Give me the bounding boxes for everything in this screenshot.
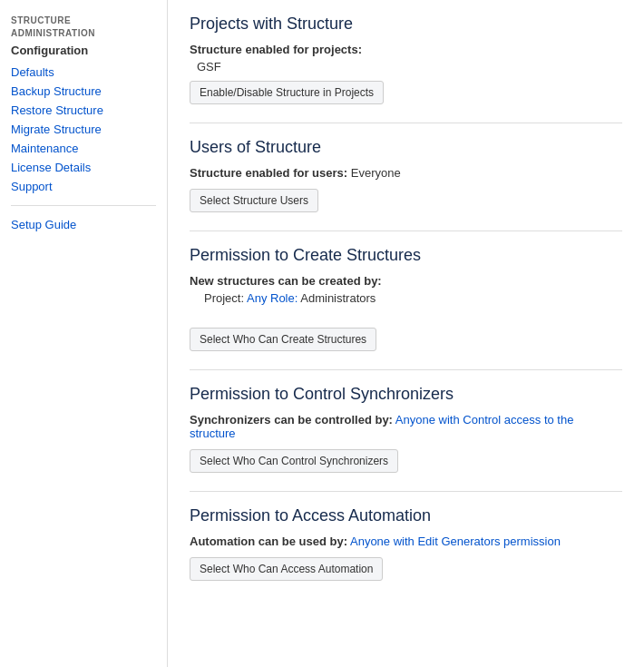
sidebar-item-backup-structure[interactable]: Backup Structure (11, 82, 156, 101)
section-title-users: Users of Structure (190, 138, 622, 157)
sidebar-divider (11, 205, 156, 206)
label-synchronizers: Synchronizers can be controlled by: (190, 413, 393, 427)
enable-disable-button[interactable]: Enable/Disable Structure in Projects (190, 81, 384, 104)
section-projects-with-structure: Projects with Structure Structure enable… (190, 15, 622, 119)
sidebar-item-setup-guide[interactable]: Setup Guide (11, 215, 156, 234)
sub-label-create: Project: (204, 291, 244, 305)
section-permission-synchronizers: Permission to Control Synchronizers Sync… (190, 385, 622, 487)
value-automation: Anyone with Edit Generators permission (350, 535, 561, 548)
label-automation: Automation can be used by: (190, 535, 347, 548)
section-permission-automation: Permission to Access Automation Automati… (190, 506, 622, 595)
sidebar-item-license-details[interactable]: License Details (11, 158, 156, 177)
value-users: Everyone (351, 166, 401, 180)
section-label-projects: Structure enabled for projects: (190, 43, 622, 56)
divider-4 (190, 491, 622, 492)
select-who-can-control-button[interactable]: Select Who Can Control Synchronizers (190, 449, 398, 473)
divider-2 (190, 231, 622, 231)
sidebar-item-support[interactable]: Support (11, 177, 156, 196)
sidebar-item-migrate-structure[interactable]: Migrate Structure (11, 120, 156, 139)
section-title-projects: Projects with Structure (190, 15, 622, 34)
sidebar: STRUCTURE ADMINISTRATION Configuration D… (0, 0, 168, 667)
section-users-of-structure: Users of Structure Structure enabled for… (190, 138, 622, 227)
divider-3 (190, 369, 622, 370)
section-info-users: Structure enabled for users: Everyone (190, 166, 622, 180)
sidebar-item-maintenance[interactable]: Maintenance (11, 139, 156, 158)
sub-value-normal-create: Administrators (300, 291, 376, 305)
sidebar-section-title: STRUCTURE ADMINISTRATION (11, 15, 156, 40)
select-who-can-access-automation-button[interactable]: Select Who Can Access Automation (190, 557, 383, 581)
select-who-can-create-button[interactable]: Select Who Can Create Structures (190, 328, 376, 351)
section-info-automation: Automation can be used by: Anyone with E… (190, 535, 622, 548)
section-label-create: New structures can be created by: (190, 274, 622, 288)
section-title-create: Permission to Create Structures (190, 246, 622, 265)
sidebar-current-item: Configuration (11, 44, 156, 57)
section-title-synchronizers: Permission to Control Synchronizers (190, 385, 622, 404)
sub-value-blue-create: Any Role: (247, 291, 298, 305)
label-users: Structure enabled for users: (190, 166, 347, 180)
select-structure-users-button[interactable]: Select Structure Users (190, 189, 318, 212)
divider-1 (190, 123, 622, 123)
section-permission-create: Permission to Create Structures New stru… (190, 246, 622, 366)
sidebar-item-restore-structure[interactable]: Restore Structure (11, 101, 156, 120)
section-info-synchronizers: Synchronizers can be controlled by: Anyo… (190, 413, 622, 440)
main-content: Projects with Structure Structure enable… (168, 0, 644, 667)
section-info-create: Project: Any Role: Administrators (190, 291, 622, 305)
section-value-projects: GSF (190, 60, 622, 74)
sidebar-item-defaults[interactable]: Defaults (11, 63, 156, 82)
section-title-automation: Permission to Access Automation (190, 506, 622, 525)
